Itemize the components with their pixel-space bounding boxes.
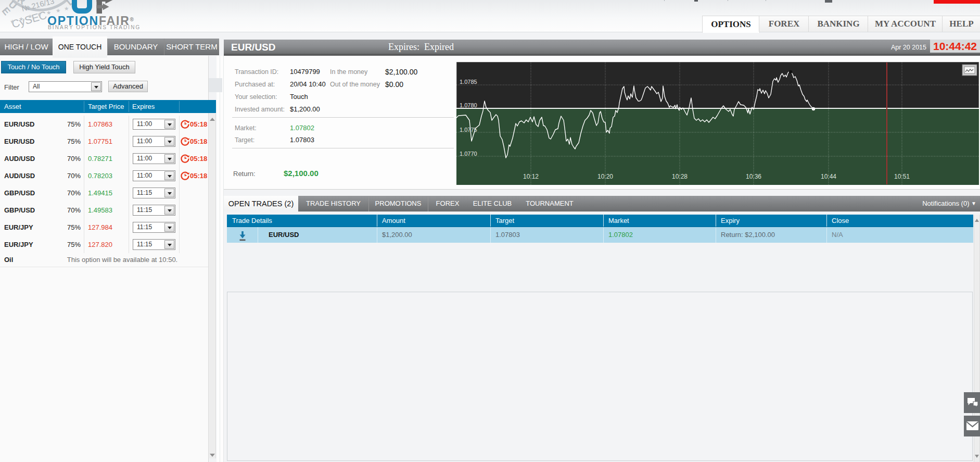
svg-text:★: ★ — [10, 18, 15, 24]
svg-text:★: ★ — [37, 11, 42, 17]
svg-text:1.0775: 1.0775 — [460, 127, 477, 133]
svg-text:1.0785: 1.0785 — [460, 79, 477, 85]
svg-text:1.0770: 1.0770 — [460, 151, 477, 157]
svg-text:10:20: 10:20 — [597, 173, 613, 180]
svg-text:10:12: 10:12 — [523, 173, 539, 180]
svg-text:★: ★ — [28, 13, 32, 19]
svg-text:CySEC: CySEC — [10, 9, 48, 30]
svg-text:★: ★ — [56, 7, 60, 14]
svg-text:10:36: 10:36 — [746, 173, 761, 180]
svg-text:10:44: 10:44 — [821, 173, 836, 180]
svg-text:★: ★ — [19, 16, 23, 22]
svg-text:10:51: 10:51 — [894, 173, 910, 180]
svg-text:★: ★ — [64, 5, 69, 11]
svg-text:1.0780: 1.0780 — [460, 102, 477, 108]
svg-text:10:28: 10:28 — [672, 173, 688, 180]
